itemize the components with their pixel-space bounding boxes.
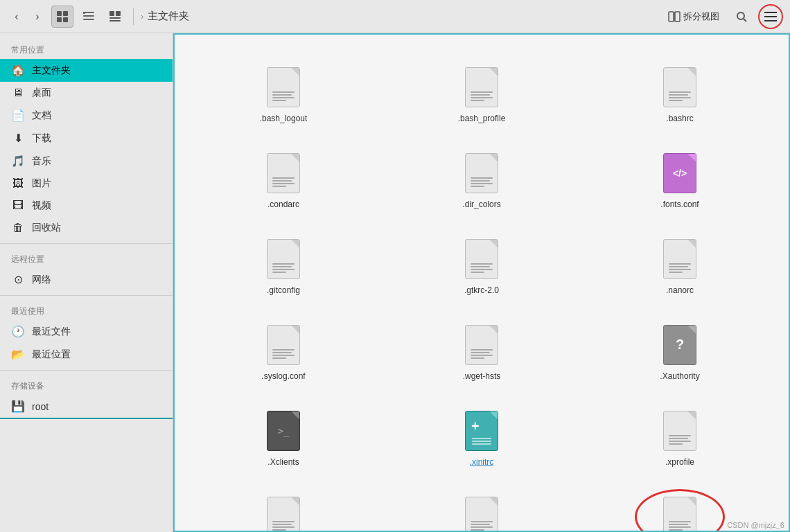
split-view-label: 拆分视图 [683,10,719,23]
file-xclients[interactable]: >_ .Xclients [186,389,381,472]
sidebar-section-recent: 最近使用 [0,300,173,320]
toolbar-right: 拆分视图 [662,4,783,29]
file-name-xinitrc: .xinitrc [470,457,494,467]
sidebar-label-recent-files: 最近文件 [32,326,161,338]
sidebar-item-recent-files[interactable]: 🕐 最近文件 [0,320,173,343]
file-xprofile[interactable]: .xprofile [582,389,778,472]
file-icon-xinitrc: + [462,409,501,453]
breadcrumb-current: 主文件夹 [148,10,189,23]
file-icon-zhistory [462,495,501,532]
file-zhistory[interactable]: .zhistory [384,475,579,532]
file-icon-nanorc [660,237,699,281]
sidebar-item-trash[interactable]: 🗑 回收站 [0,217,173,239]
file-name-dir-colors: .dir_colors [462,200,500,209]
file-icon-gitconfig [264,237,303,281]
view-grid-button[interactable] [51,6,73,28]
file-syslog-conf[interactable]: .syslog.conf [186,303,381,387]
sidebar-item-desktop[interactable]: 🖥 桌面 [0,82,173,104]
file-name-xauthority: .Xauthority [660,371,699,381]
sidebar-divider-1 [0,243,173,244]
menu-line-3 [764,20,777,21]
svg-point-15 [737,12,744,19]
toolbar-divider [133,8,134,25]
file-fonts-conf[interactable]: </> .fonts.conf [582,132,778,215]
file-name-bashrc: .bashrc [666,114,693,123]
network-icon: ⊙ [11,273,25,286]
svg-rect-6 [83,19,94,20]
sidebar-label-downloads: 下载 [32,132,161,145]
file-condarc[interactable]: .condarc [186,132,381,215]
file-zcompdump[interactable]: .zcompdump [186,475,381,532]
back-button[interactable]: ‹ [7,7,26,26]
file-icon-xauthority: ? [660,323,699,367]
hamburger-menu-button[interactable] [758,4,783,29]
sidebar-section-storage: 存储设备 [0,375,173,395]
file-xinitrc[interactable]: + .xinitrc [384,389,579,472]
sidebar-item-recent-locations[interactable]: 📂 最近位置 [0,343,173,366]
sidebar-item-music[interactable]: 🎵 音乐 [0,150,173,172]
desktop-icon: 🖥 [11,87,25,99]
file-name-bash-logout: .bash_logout [260,114,308,123]
breadcrumb: › 主文件夹 [141,10,189,23]
home-icon: 🏠 [11,64,25,77]
file-icon-zshrc [660,495,699,532]
file-name-gtkrc: .gtkrc-2.0 [464,285,499,295]
file-icon-dir-colors [462,151,501,195]
file-bash-logout[interactable]: .bash_logout [186,46,381,129]
sidebar-item-root[interactable]: 💾 root [0,395,173,419]
nav-buttons: ‹ › [7,7,47,26]
svg-rect-7 [83,12,85,14]
svg-rect-1 [63,11,68,16]
file-name-fonts-conf: .fonts.conf [660,200,699,209]
root-icon: 💾 [11,400,25,413]
file-icon-xprofile [660,409,699,453]
sidebar-label-desktop: 桌面 [32,87,161,99]
view-compact-button[interactable] [104,6,126,28]
svg-rect-5 [83,15,94,17]
file-bashrc[interactable]: .bashrc [582,46,778,129]
sidebar: 常用位置 🏠 主文件夹 🖥 桌面 📄 文档 ⬇ 下载 🎵 音乐 [0,33,173,532]
forward-button[interactable]: › [28,7,47,26]
file-dir-colors[interactable]: .dir_colors [384,132,579,215]
sidebar-label-music: 音乐 [32,155,161,168]
recent-files-icon: 🕐 [11,325,25,338]
sidebar-item-pictures[interactable]: 🖼 图片 [0,172,173,195]
sidebar-divider-3 [0,370,173,371]
sidebar-item-documents[interactable]: 📄 文档 [0,104,173,127]
file-icon-gtkrc [462,237,501,281]
view-list-button[interactable] [78,6,100,28]
svg-rect-11 [109,20,121,21]
file-icon-bashrc [660,65,699,109]
split-view-button[interactable]: 拆分视图 [662,8,725,26]
file-xauthority[interactable]: ? .Xauthority [582,303,778,387]
file-gitconfig[interactable]: .gitconfig [186,218,381,301]
file-name-gitconfig: .gitconfig [267,285,300,295]
videos-icon: 🎞 [11,200,25,212]
sidebar-item-home[interactable]: 🏠 主文件夹 [0,59,173,82]
file-name-condarc: .condarc [267,200,299,209]
file-bash-profile[interactable]: .bash_profile [384,46,579,129]
menu-line-2 [764,16,777,17]
sidebar-label-trash: 回收站 [32,222,161,234]
file-name-bash-profile: .bash_profile [458,114,506,123]
sidebar-item-downloads[interactable]: ⬇ 下载 [0,127,173,150]
sidebar-item-network[interactable]: ⊙ 网络 [0,268,173,291]
svg-rect-13 [675,12,680,21]
file-name-xprofile: .xprofile [665,457,694,467]
file-gtkrc[interactable]: .gtkrc-2.0 [384,218,579,301]
sidebar-section-remote: 远程位置 [0,248,173,268]
toolbar: ‹ › [0,0,790,33]
search-button[interactable] [730,6,753,28]
file-nanorc[interactable]: .nanorc [582,218,778,301]
svg-line-16 [744,19,746,21]
svg-rect-12 [669,12,674,21]
file-icon-bash-profile [462,65,501,109]
recent-locations-icon: 📂 [11,348,25,361]
file-icon-bash-logout [264,65,303,109]
file-name-wget-hsts: .wget-hsts [463,371,501,381]
file-wget-hsts[interactable]: .wget-hsts [384,303,579,387]
svg-rect-3 [63,17,68,22]
svg-rect-0 [57,11,62,16]
sidebar-label-recent-locations: 最近位置 [32,348,161,361]
sidebar-item-videos[interactable]: 🎞 视频 [0,195,173,217]
